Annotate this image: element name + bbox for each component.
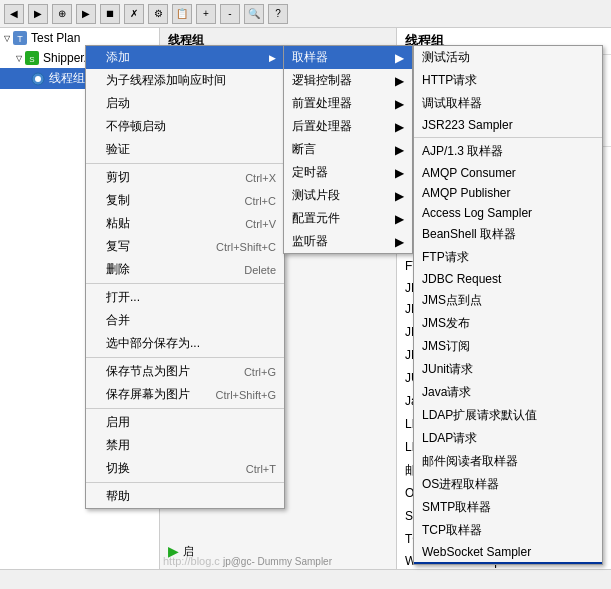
sampler-item-smtp-sampler[interactable]: SMTP取样器 [414,496,602,519]
sampler-item-jsr223-sampler[interactable]: JSR223 Sampler [414,115,602,135]
sampler-item-jms-subscribe[interactable]: JMS订阅 [414,335,602,358]
submenu-arrow-timer: ▶ [395,166,404,180]
sampler-label-amqp-publisher: AMQP Publisher [422,186,510,200]
menu-item-label-disable: 禁用 [106,437,130,454]
toolbar-btn-7[interactable]: ⚙ [148,4,168,24]
submenu-add-label-assertion: 断言 [292,141,316,158]
menu-item-label-save-node-image: 保存节点为图片 [106,363,190,380]
menu-item-save-screen-image[interactable]: 保存屏幕为图片Ctrl+Shift+G [86,383,284,406]
sampler-item-websocket-sampler[interactable]: WebSocket Sampler [414,542,602,562]
sampler-label-jms-point: JMS点到点 [422,293,482,307]
sampler-label-smtp-sampler: SMTP取样器 [422,500,491,514]
menu-item-toggle[interactable]: 切换Ctrl+T [86,457,284,480]
menu-item-help[interactable]: 帮助 [86,485,284,508]
toolbar-btn-1[interactable]: ◀ [4,4,24,24]
toolbar-btn-9[interactable]: + [196,4,216,24]
submenu-add-item-assertion[interactable]: 断言▶ [284,138,412,161]
menu-separator [86,163,284,164]
toolbar-btn-2[interactable]: ▶ [28,4,48,24]
toolbar-btn-11[interactable]: 🔍 [244,4,264,24]
sampler-item-ldap-request[interactable]: LDAP请求 [414,427,602,450]
menu-item-paste[interactable]: 粘贴Ctrl+V [86,212,284,235]
sampler-item-ajp-sampler[interactable]: AJP/1.3 取样器 [414,140,602,163]
test-plan-icon: T [12,30,28,46]
sampler-item-jms-point[interactable]: JMS点到点 [414,289,602,312]
shipper-icon: S [24,50,40,66]
menu-item-enable[interactable]: 启用 [86,411,284,434]
menu-separator [86,357,284,358]
menu-item-add-response-time[interactable]: 为子线程添加响应时间 [86,69,284,92]
toolbar-btn-3[interactable]: ⊕ [52,4,72,24]
menu-item-delete[interactable]: 删除Delete [86,258,284,281]
toolbar-btn-6[interactable]: ✗ [124,4,144,24]
sampler-item-access-log-sampler[interactable]: Access Log Sampler [414,203,602,223]
sampler-label-beanshell-sampler: BeanShell 取样器 [422,227,516,241]
menu-item-label-enable: 启用 [106,414,130,431]
toolbar-btn-4[interactable]: ▶ [76,4,96,24]
sampler-item-beanshell-sampler[interactable]: BeanShell 取样器 [414,223,602,246]
sampler-item-junit-request[interactable]: JUnit请求 [414,358,602,381]
sampler-label-os-process: OS进程取样器 [422,477,499,491]
menu-item-label-save-screen-image: 保存屏幕为图片 [106,386,190,403]
menu-item-label-validate: 验证 [106,141,130,158]
sampler-item-jp-gc-dummy[interactable]: jp@gc - Dummy Sampler [414,562,602,565]
submenu-add-item-logic-controller[interactable]: 逻辑控制器▶ [284,69,412,92]
sampler-item-mail-reader[interactable]: 邮件阅读者取样器 [414,450,602,473]
submenu-add-item-test-fragment[interactable]: 测试片段▶ [284,184,412,207]
submenu-arrow-pre-processor: ▶ [395,97,404,111]
submenu-add-item-post-processor[interactable]: 后置处理器▶ [284,115,412,138]
submenu-add-label-sampler: 取样器 [292,49,328,66]
menu-item-no-pause-start[interactable]: 不停顿启动 [86,115,284,138]
menu-item-cut[interactable]: 剪切Ctrl+X [86,166,284,189]
toolbar-btn-12[interactable]: ? [268,4,288,24]
app-window: ◀ ▶ ⊕ ▶ ⏹ ✗ ⚙ 📋 + - 🔍 ? ▽ T Test Plan ▽ [0,0,611,589]
sampler-item-http-request[interactable]: HTTP请求 [414,69,602,92]
sampler-item-debug-sampler[interactable]: 调试取样器 [414,92,602,115]
sampler-label-jsr223-sampler: JSR223 Sampler [422,118,513,132]
menu-item-merge[interactable]: 合并 [86,309,284,332]
submenu-add-label-config-element: 配置元件 [292,210,340,227]
menu-item-validate[interactable]: 验证 [86,138,284,161]
sampler-item-test-activity[interactable]: 测试活动 [414,46,602,69]
menu-separator [86,408,284,409]
submenu-add-item-config-element[interactable]: 配置元件▶ [284,207,412,230]
sampler-item-ldap-ext[interactable]: LDAP扩展请求默认值 [414,404,602,427]
menu-item-open[interactable]: 打开... [86,286,284,309]
menu-item-label-merge: 合并 [106,312,130,329]
submenu-add: 取样器▶逻辑控制器▶前置处理器▶后置处理器▶断言▶定时器▶测试片段▶配置元件▶监… [283,45,413,254]
menu-item-disable[interactable]: 禁用 [86,434,284,457]
sampler-item-java-request[interactable]: Java请求 [414,381,602,404]
sampler-item-ftp-request[interactable]: FTP请求 [414,246,602,269]
menu-item-duplicate[interactable]: 复写Ctrl+Shift+C [86,235,284,258]
sampler-item-amqp-consumer[interactable]: AMQP Consumer [414,163,602,183]
menu-shortcut-toggle: Ctrl+T [246,463,276,475]
toolbar-btn-10[interactable]: - [220,4,240,24]
submenu-add-item-listener[interactable]: 监听器▶ [284,230,412,253]
submenu-add-item-pre-processor[interactable]: 前置处理器▶ [284,92,412,115]
submenu-add-item-timer[interactable]: 定时器▶ [284,161,412,184]
sampler-item-amqp-publisher[interactable]: AMQP Publisher [414,183,602,203]
expand-icon-2: ▽ [16,54,22,63]
sampler-item-os-process[interactable]: OS进程取样器 [414,473,602,496]
menu-item-label-open: 打开... [106,289,140,306]
status-bar [0,569,611,589]
sampler-label-tcp-sampler: TCP取样器 [422,523,482,537]
sampler-label-amqp-consumer: AMQP Consumer [422,166,516,180]
menu-item-add[interactable]: 添加▶ [86,46,284,69]
submenu-arrow-listener: ▶ [395,235,404,249]
menu-item-copy[interactable]: 复制Ctrl+C [86,189,284,212]
menu-item-save-partial[interactable]: 选中部分保存为... [86,332,284,355]
sampler-item-jms-publish[interactable]: JMS发布 [414,312,602,335]
menu-item-label-delete: 删除 [106,261,130,278]
menu-item-save-node-image[interactable]: 保存节点为图片Ctrl+G [86,360,284,383]
watermark: http://blog.c jp@gc- Dummy Sampler [163,555,332,567]
sampler-item-jdbc-request[interactable]: JDBC Request [414,269,602,289]
menu-item-start[interactable]: 启动 [86,92,284,115]
context-menu: 添加▶为子线程添加响应时间启动不停顿启动验证剪切Ctrl+X复制Ctrl+C粘贴… [85,45,285,509]
sampler-item-tcp-sampler[interactable]: TCP取样器 [414,519,602,542]
menu-item-label-add-response-time: 为子线程添加响应时间 [106,72,226,89]
toolbar-btn-5[interactable]: ⏹ [100,4,120,24]
toolbar-btn-8[interactable]: 📋 [172,4,192,24]
menu-shortcut-delete: Delete [244,264,276,276]
submenu-add-item-sampler[interactable]: 取样器▶ [284,46,412,69]
